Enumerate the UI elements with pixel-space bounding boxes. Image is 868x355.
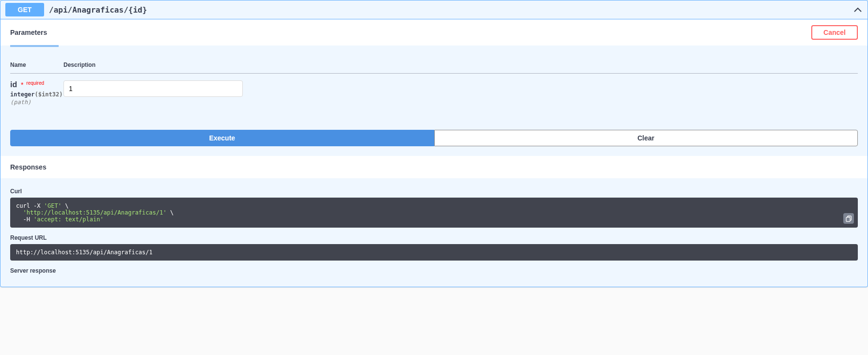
column-description-header: Description [63,57,858,74]
param-value-input[interactable] [63,80,243,97]
clear-button[interactable]: Clear [434,130,858,146]
required-label: required [25,80,44,86]
responses-section: Responses Curl curl -X 'GET' \ 'http://l… [0,156,868,287]
param-format: ($int32) [35,91,63,98]
cancel-button[interactable]: Cancel [811,25,858,40]
request-url-block: http://localhost:5135/api/Anagraficas/1 [10,244,858,261]
copy-icon[interactable] [843,213,854,224]
request-url-label: Request URL [10,234,858,241]
curl-label: Curl [10,188,858,195]
chevron-up-icon[interactable] [853,5,863,15]
method-badge: GET [5,3,44,16]
curl-code-block: curl -X 'GET' \ 'http://localhost:5135/a… [10,198,858,228]
server-response-label: Server response [10,267,858,274]
action-button-row: Execute Clear [0,120,868,156]
response-body: Curl curl -X 'GET' \ 'http://localhost:5… [0,178,868,287]
parameters-title: Parameters [10,29,47,36]
operation-block: GET /api/Anagraficas/{id} Parameters Can… [0,0,868,287]
param-name: id [10,80,17,89]
parameters-header: Parameters Cancel [0,19,868,46]
parameters-table: Name Description id * required integer($… [10,57,858,110]
param-type: integer [10,91,35,98]
svg-rect-1 [846,217,850,221]
endpoint-path: /api/Anagraficas/{id} [44,5,853,15]
required-star: * [19,81,23,89]
parameters-body: Name Description id * required integer($… [0,47,868,120]
param-in: (path) [10,98,63,106]
responses-title: Responses [0,156,868,178]
table-row: id * required integer($int32) (path) [10,74,858,111]
execute-button[interactable]: Execute [10,130,434,146]
column-name-header: Name [10,57,63,74]
operation-summary[interactable]: GET /api/Anagraficas/{id} [0,0,868,19]
